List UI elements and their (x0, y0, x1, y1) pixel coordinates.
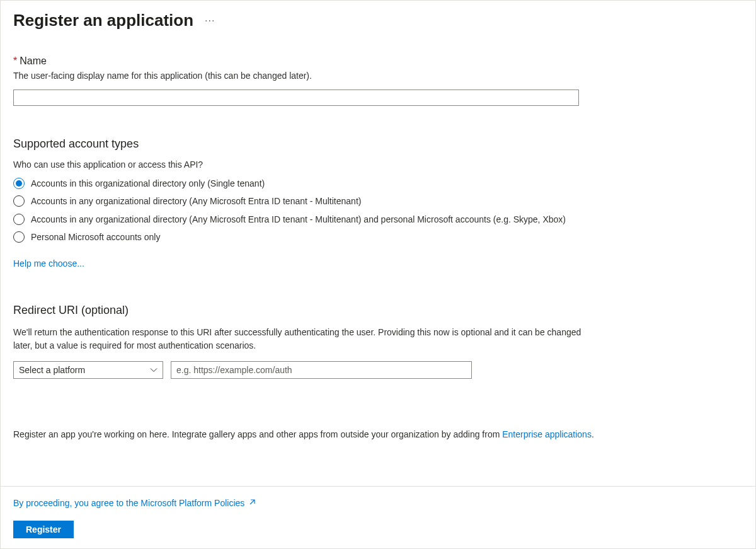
enterprise-apps-note: Register an app you're working on here. … (13, 429, 743, 439)
enterprise-applications-link[interactable]: Enterprise applications (502, 429, 592, 439)
more-actions-icon[interactable]: ··· (205, 16, 215, 26)
radio-multitenant-personal[interactable]: Accounts in any organizational directory… (13, 213, 593, 226)
radio-label: Accounts in any organizational directory… (31, 213, 566, 226)
radio-icon (13, 214, 25, 225)
redirect-uri-input[interactable] (171, 361, 472, 379)
radio-multitenant[interactable]: Accounts in any organizational directory… (13, 195, 593, 207)
redirect-uri-description: We'll return the authentication response… (13, 326, 587, 352)
name-label-text: Name (20, 55, 47, 66)
policy-link-text: By proceeding, you agree to the Microsof… (13, 498, 244, 508)
register-button[interactable]: Register (13, 521, 74, 538)
radio-personal-only[interactable]: Personal Microsoft accounts only (13, 231, 593, 243)
redirect-uri-row: Select a platform (13, 361, 743, 379)
external-link-icon (248, 498, 256, 508)
note-suffix: . (592, 429, 594, 439)
platform-dropdown[interactable]: Select a platform (13, 361, 163, 379)
main-content: Register an application ··· *Name The us… (1, 1, 755, 486)
name-label: *Name (13, 55, 743, 67)
name-description: The user-facing display name for this ap… (13, 71, 743, 81)
radio-icon (13, 178, 25, 189)
radio-icon (13, 195, 25, 207)
radio-label: Accounts in any organizational directory… (31, 195, 361, 207)
redirect-uri-heading: Redirect URI (optional) (13, 304, 743, 317)
radio-label: Personal Microsoft accounts only (31, 231, 160, 243)
help-me-choose-link[interactable]: Help me choose... (13, 258, 84, 269)
radio-icon (13, 231, 25, 243)
account-types-heading: Supported account types (13, 137, 743, 151)
name-input[interactable] (13, 90, 579, 106)
page-header: Register an application ··· (13, 11, 743, 30)
radio-label: Accounts in this organizational director… (31, 177, 265, 190)
footer: By proceeding, you agree to the Microsof… (1, 486, 755, 548)
radio-single-tenant[interactable]: Accounts in this organizational director… (13, 177, 593, 190)
required-asterisk: * (13, 55, 17, 66)
account-types-radio-group: Accounts in this organizational director… (13, 177, 743, 243)
page-title: Register an application (13, 11, 193, 30)
note-prefix: Register an app you're working on here. … (13, 429, 502, 439)
account-types-question: Who can use this application or access t… (13, 159, 743, 170)
platform-dropdown-value: Select a platform (19, 365, 85, 375)
platform-policies-link[interactable]: By proceeding, you agree to the Microsof… (13, 498, 256, 508)
chevron-down-icon (150, 366, 158, 374)
register-application-page: Register an application ··· *Name The us… (0, 0, 756, 549)
